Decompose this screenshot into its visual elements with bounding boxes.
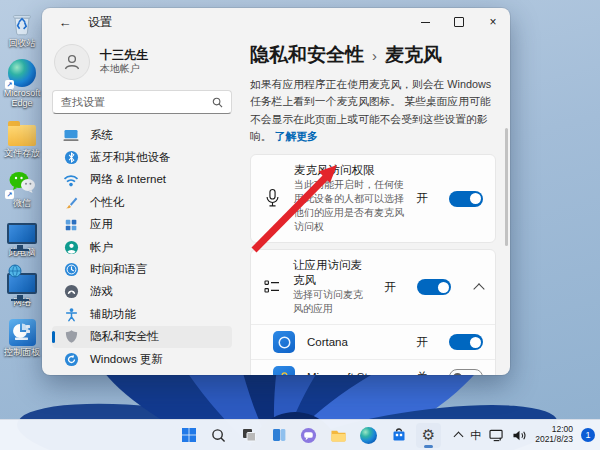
app-name: Cortana [307,336,405,348]
page-description: 如果有应用程序正在使用麦克风，则会在 Windows 任务栏上看到一个麦克风图标… [250,76,496,145]
network-tray-icon[interactable] [489,429,504,442]
gamepad-icon [63,284,79,300]
sidebar-item-gaming[interactable]: 游戏 [52,281,232,303]
file-explorer-icon [330,428,347,443]
app-row-cortana[interactable]: Cortana 开 [251,324,495,359]
ime-indicator[interactable]: 中 [470,428,481,443]
sidebar-item-bluetooth[interactable]: 蓝牙和其他设备 [52,146,232,168]
clock-globe-icon [63,262,79,278]
sidebar-item-system[interactable]: 系统 [52,124,232,146]
mic-access-toggle[interactable] [449,191,483,207]
desktop-icon-wechat[interactable]: ↗ 微信 [1,168,43,209]
task-view-button[interactable] [236,423,261,448]
minimize-button[interactable] [408,8,442,36]
search-input[interactable]: 查找设置 [52,90,232,114]
this-pc-icon [7,217,37,247]
user-name: 十三先生 [100,48,148,62]
close-button[interactable]: × [476,8,510,36]
desktop-icon-folder[interactable]: 文件存放 [1,118,43,159]
sidebar-item-apps[interactable]: 应用 [52,214,232,236]
settings-window: ← 设置 × 十三先生 本地帐户 查找设置 [42,8,510,375]
setting-description: 选择可访问麦克风的应用 [293,288,373,316]
toggle-state-label: 关 [417,370,429,375]
app-access-header-row[interactable]: 让应用访问麦克风 选择可访问麦克风的应用 开 [251,250,495,324]
mic-access-card: 麦克风访问权限 当此功能开启时，任何使用此设备的人都可以选择他们的应用是否有麦克… [250,154,496,243]
search-placeholder: 查找设置 [61,95,105,110]
taskbar-center-icons: ⚙ [176,420,441,450]
close-icon: × [489,16,496,28]
sidebar-item-accounts[interactable]: 帐户 [52,236,232,258]
microphone-icon [263,188,282,209]
edge-icon [360,427,377,444]
sidebar-item-privacy-security[interactable]: 隐私和安全性 [52,326,232,348]
sidebar-item-accessibility[interactable]: 辅助功能 [52,303,232,325]
volume-tray-icon[interactable] [512,429,527,442]
store-button[interactable] [386,423,411,448]
task-view-icon [241,427,257,443]
toggle-state-label: 开 [417,191,429,206]
settings-sidebar: 十三先生 本地帐户 查找设置 系统 蓝牙和其他设备 [42,36,240,375]
sidebar-item-windows-update[interactable]: Windows 更新 [52,348,232,370]
system-tray: 中 12:00 2021/8/23 1 [455,420,595,450]
hidden-icons-chevron-icon[interactable] [454,432,464,442]
desktop-icon-recycle-bin[interactable]: 回收站 [1,8,43,49]
sidebar-item-time-language[interactable]: 时间和语言 [52,258,232,280]
page-title: 麦克风 [385,42,442,68]
sidebar-item-label: 网络 & Internet [90,172,166,187]
scrollbar[interactable] [505,128,508,246]
person-icon [63,239,79,255]
gear-icon: ⚙ [422,426,435,444]
back-button[interactable]: ← [52,11,78,33]
desktop-icon-edge[interactable]: ↗ Microsoft Edge [1,58,43,109]
accessibility-icon [63,306,79,322]
wifi-icon [63,172,79,188]
notification-badge[interactable]: 1 [581,428,595,442]
system-icon [63,127,79,143]
update-icon [63,351,79,367]
edge-button[interactable] [356,423,381,448]
clock[interactable]: 12:00 2021/8/23 [535,425,573,445]
breadcrumb-parent[interactable]: 隐私和安全性 [250,42,364,68]
learn-more-link[interactable]: 了解更多 [275,130,318,142]
setting-title: 让应用访问麦克风 [293,258,373,288]
settings-content: 隐私和安全性 › 麦克风 如果有应用程序正在使用麦克风，则会在 Windows … [240,36,510,375]
file-explorer-button[interactable] [326,423,351,448]
start-button[interactable] [176,423,201,448]
sidebar-item-label: Windows 更新 [90,352,163,367]
maximize-icon [454,17,464,27]
desktop-icon-label: Microsoft Edge [1,89,43,109]
maximize-button[interactable] [442,8,476,36]
apps-icon [63,217,79,233]
settings-button[interactable]: ⚙ [416,423,441,448]
desktop-icon-this-pc[interactable]: 此电脑 [1,217,43,258]
shortcut-arrow-icon: ↗ [5,190,14,199]
sidebar-item-label: 时间和语言 [90,262,148,277]
window-title: 设置 [88,14,112,31]
desktop-icon-control-panel[interactable]: 控制面板 [1,317,43,358]
app-toggle[interactable] [449,334,483,350]
app-row-microsoft-store[interactable]: Microsoft Store 关 [251,359,495,375]
chat-icon [300,427,317,444]
mic-access-row[interactable]: 麦克风访问权限 当此功能开启时，任何使用此设备的人都可以选择他们的应用是否有麦克… [251,155,495,242]
desktop-icon-network[interactable]: 网络 [1,267,43,308]
shortcut-arrow-icon: ↗ [5,80,14,89]
titlebar: ← 设置 × [42,8,510,36]
account-type: 本地帐户 [100,62,148,76]
edge-icon: ↗ [7,58,37,88]
desktop-icon-list: 回收站 ↗ Microsoft Edge 文件存放 ↗ 微信 此电脑 网络 [1,8,43,358]
user-account[interactable]: 十三先生 本地帐户 [54,44,236,80]
app-access-toggle[interactable] [417,279,451,295]
collapse-chevron-icon[interactable] [473,283,484,294]
widgets-button[interactable] [266,423,291,448]
desktop-icon-label: 微信 [13,199,31,209]
sidebar-item-network-internet[interactable]: 网络 & Internet [52,169,232,191]
sidebar-item-label: 帐户 [90,240,113,255]
minimize-icon [421,22,430,23]
app-access-card: 让应用访问麦克风 选择可访问麦克风的应用 开 Cortana 开 Microso… [250,249,496,375]
chat-button[interactable] [296,423,321,448]
sidebar-item-personalization[interactable]: 个性化 [52,191,232,213]
app-toggle[interactable] [449,369,483,375]
taskbar-search-button[interactable] [206,423,231,448]
widgets-icon [271,427,287,443]
sidebar-item-label: 辅助功能 [90,307,136,322]
